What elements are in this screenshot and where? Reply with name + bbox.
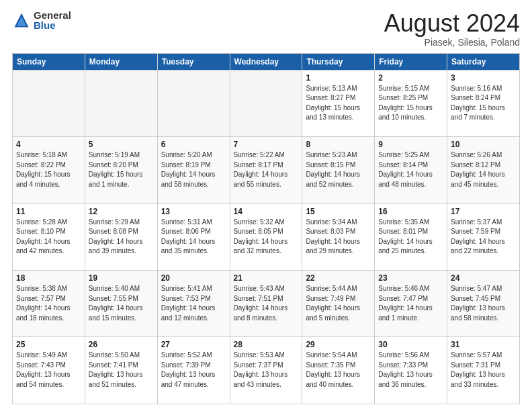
day-number: 24 <box>451 273 516 283</box>
calendar-week-3: 11Sunrise: 5:28 AM Sunset: 8:10 PM Dayli… <box>13 203 520 270</box>
day-info: Sunrise: 5:19 AM Sunset: 8:20 PM Dayligh… <box>89 150 154 189</box>
table-row: 17Sunrise: 5:37 AM Sunset: 7:59 PM Dayli… <box>447 203 520 270</box>
day-number: 8 <box>306 140 371 149</box>
day-info: Sunrise: 5:26 AM Sunset: 8:12 PM Dayligh… <box>451 150 516 189</box>
day-info: Sunrise: 5:23 AM Sunset: 8:15 PM Dayligh… <box>306 150 371 189</box>
table-row <box>157 70 230 136</box>
table-row: 22Sunrise: 5:44 AM Sunset: 7:49 PM Dayli… <box>302 271 375 337</box>
day-info: Sunrise: 5:29 AM Sunset: 8:08 PM Dayligh… <box>89 218 154 257</box>
day-info: Sunrise: 5:50 AM Sunset: 7:41 PM Dayligh… <box>89 351 154 390</box>
day-info: Sunrise: 5:20 AM Sunset: 8:19 PM Dayligh… <box>161 150 226 189</box>
table-row: 28Sunrise: 5:53 AM Sunset: 7:37 PM Dayli… <box>230 337 302 404</box>
day-number: 3 <box>451 73 516 83</box>
day-info: Sunrise: 5:56 AM Sunset: 7:33 PM Dayligh… <box>378 351 443 390</box>
day-info: Sunrise: 5:31 AM Sunset: 8:06 PM Dayligh… <box>161 218 226 257</box>
table-row: 9Sunrise: 5:25 AM Sunset: 8:14 PM Daylig… <box>375 137 447 203</box>
day-info: Sunrise: 5:18 AM Sunset: 8:22 PM Dayligh… <box>16 150 81 189</box>
day-info: Sunrise: 5:53 AM Sunset: 7:37 PM Dayligh… <box>234 351 299 390</box>
table-row: 7Sunrise: 5:22 AM Sunset: 8:17 PM Daylig… <box>230 137 302 203</box>
table-row: 23Sunrise: 5:46 AM Sunset: 7:47 PM Dayli… <box>375 271 447 337</box>
table-row: 29Sunrise: 5:54 AM Sunset: 7:35 PM Dayli… <box>302 337 375 404</box>
table-row: 13Sunrise: 5:31 AM Sunset: 8:06 PM Dayli… <box>157 203 230 270</box>
table-row: 4Sunrise: 5:18 AM Sunset: 8:22 PM Daylig… <box>13 137 85 203</box>
table-row: 25Sunrise: 5:49 AM Sunset: 7:43 PM Dayli… <box>13 337 85 404</box>
day-number: 23 <box>378 273 443 283</box>
day-info: Sunrise: 5:28 AM Sunset: 8:10 PM Dayligh… <box>16 218 81 257</box>
day-number: 25 <box>16 340 81 349</box>
table-row: 24Sunrise: 5:47 AM Sunset: 7:45 PM Dayli… <box>447 271 520 337</box>
day-number: 22 <box>306 273 371 283</box>
day-info: Sunrise: 5:16 AM Sunset: 8:24 PM Dayligh… <box>451 84 516 123</box>
table-row: 5Sunrise: 5:19 AM Sunset: 8:20 PM Daylig… <box>85 137 157 203</box>
day-number: 6 <box>161 140 226 149</box>
day-number: 15 <box>306 207 371 216</box>
header-sunday: Sunday <box>13 53 85 70</box>
day-number: 5 <box>89 140 154 149</box>
day-info: Sunrise: 5:54 AM Sunset: 7:35 PM Dayligh… <box>306 351 371 390</box>
day-number: 26 <box>89 340 154 349</box>
day-info: Sunrise: 5:15 AM Sunset: 8:25 PM Dayligh… <box>378 84 443 123</box>
day-number: 30 <box>378 340 443 349</box>
day-number: 27 <box>161 340 226 349</box>
day-number: 29 <box>306 340 371 349</box>
day-number: 9 <box>378 140 443 149</box>
calendar-week-4: 18Sunrise: 5:38 AM Sunset: 7:57 PM Dayli… <box>13 271 520 337</box>
day-number: 31 <box>451 340 516 349</box>
day-number: 16 <box>378 207 443 216</box>
header-tuesday: Tuesday <box>157 53 230 70</box>
day-number: 13 <box>161 207 226 216</box>
day-number: 21 <box>234 273 299 283</box>
table-row: 31Sunrise: 5:57 AM Sunset: 7:31 PM Dayli… <box>447 337 520 404</box>
day-number: 2 <box>378 73 443 83</box>
table-row: 10Sunrise: 5:26 AM Sunset: 8:12 PM Dayli… <box>447 137 520 203</box>
day-number: 1 <box>306 73 371 83</box>
month-year: August 2024 <box>384 10 520 37</box>
title-block: August 2024 Piasek, Silesia, Poland <box>384 10 520 48</box>
logo-general-text: General <box>34 10 71 20</box>
day-info: Sunrise: 5:57 AM Sunset: 7:31 PM Dayligh… <box>451 351 516 390</box>
day-info: Sunrise: 5:38 AM Sunset: 7:57 PM Dayligh… <box>16 284 81 323</box>
table-row: 12Sunrise: 5:29 AM Sunset: 8:08 PM Dayli… <box>85 203 157 270</box>
table-row: 30Sunrise: 5:56 AM Sunset: 7:33 PM Dayli… <box>375 337 447 404</box>
table-row: 26Sunrise: 5:50 AM Sunset: 7:41 PM Dayli… <box>85 337 157 404</box>
day-number: 17 <box>451 207 516 216</box>
header-thursday: Thursday <box>302 53 375 70</box>
day-number: 28 <box>234 340 299 349</box>
day-number: 10 <box>451 140 516 149</box>
table-row: 21Sunrise: 5:43 AM Sunset: 7:51 PM Dayli… <box>230 271 302 337</box>
day-info: Sunrise: 5:43 AM Sunset: 7:51 PM Dayligh… <box>234 284 299 323</box>
day-info: Sunrise: 5:37 AM Sunset: 7:59 PM Dayligh… <box>451 218 516 257</box>
day-info: Sunrise: 5:49 AM Sunset: 7:43 PM Dayligh… <box>16 351 81 390</box>
table-row: 16Sunrise: 5:35 AM Sunset: 8:01 PM Dayli… <box>375 203 447 270</box>
day-number: 14 <box>234 207 299 216</box>
day-number: 11 <box>16 207 81 216</box>
day-info: Sunrise: 5:52 AM Sunset: 7:39 PM Dayligh… <box>161 351 226 390</box>
table-row: 20Sunrise: 5:41 AM Sunset: 7:53 PM Dayli… <box>157 271 230 337</box>
table-row: 19Sunrise: 5:40 AM Sunset: 7:55 PM Dayli… <box>85 271 157 337</box>
location: Piasek, Silesia, Poland <box>384 37 520 48</box>
day-number: 20 <box>161 273 226 283</box>
day-info: Sunrise: 5:41 AM Sunset: 7:53 PM Dayligh… <box>161 284 226 323</box>
calendar-week-2: 4Sunrise: 5:18 AM Sunset: 8:22 PM Daylig… <box>13 137 520 203</box>
header-friday: Friday <box>375 53 447 70</box>
calendar-week-5: 25Sunrise: 5:49 AM Sunset: 7:43 PM Dayli… <box>13 337 520 404</box>
page: General Blue August 2024 Piasek, Silesia… <box>0 0 532 411</box>
logo-blue-text: Blue <box>34 20 71 30</box>
table-row <box>85 70 157 136</box>
header: General Blue August 2024 Piasek, Silesia… <box>12 10 520 48</box>
table-row: 8Sunrise: 5:23 AM Sunset: 8:15 PM Daylig… <box>302 137 375 203</box>
calendar-week-1: 1Sunrise: 5:13 AM Sunset: 8:27 PM Daylig… <box>13 70 520 136</box>
logo-icon <box>12 11 31 30</box>
header-saturday: Saturday <box>447 53 520 70</box>
day-info: Sunrise: 5:34 AM Sunset: 8:03 PM Dayligh… <box>306 218 371 257</box>
table-row <box>13 70 85 136</box>
logo: General Blue <box>12 10 71 30</box>
table-row: 11Sunrise: 5:28 AM Sunset: 8:10 PM Dayli… <box>13 203 85 270</box>
day-number: 12 <box>89 207 154 216</box>
day-info: Sunrise: 5:40 AM Sunset: 7:55 PM Dayligh… <box>89 284 154 323</box>
table-row: 2Sunrise: 5:15 AM Sunset: 8:25 PM Daylig… <box>375 70 447 136</box>
table-row: 1Sunrise: 5:13 AM Sunset: 8:27 PM Daylig… <box>302 70 375 136</box>
calendar-header-row: Sunday Monday Tuesday Wednesday Thursday… <box>13 53 520 70</box>
day-info: Sunrise: 5:25 AM Sunset: 8:14 PM Dayligh… <box>378 150 443 189</box>
table-row: 14Sunrise: 5:32 AM Sunset: 8:05 PM Dayli… <box>230 203 302 270</box>
